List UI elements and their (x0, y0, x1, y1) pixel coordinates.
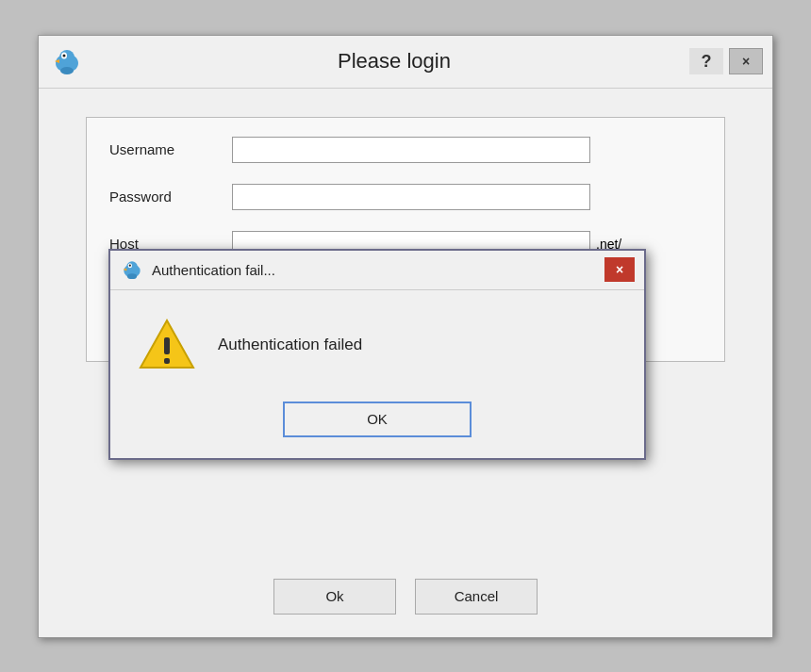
svg-point-1 (59, 50, 74, 65)
svg-point-3 (63, 55, 66, 57)
svg-rect-14 (164, 358, 170, 364)
svg-point-9 (129, 265, 131, 267)
svg-point-5 (60, 67, 74, 74)
error-body: Authentication failed (110, 290, 644, 392)
warning-icon (139, 317, 195, 373)
dialog-overlay: Authentication fail... × Authentication … (39, 89, 772, 564)
error-dialog-title: Authentication fail... (152, 262, 604, 278)
ok-button[interactable]: Ok (273, 579, 396, 615)
error-footer: OK (110, 392, 644, 458)
svg-point-11 (127, 273, 137, 279)
error-titlebar: Authentication fail... × (110, 251, 644, 290)
titlebar-buttons: ? × (689, 48, 763, 74)
error-message-text: Authentication failed (218, 336, 362, 354)
close-button[interactable]: × (729, 48, 763, 74)
main-titlebar: Please login ? × (39, 36, 772, 89)
help-button[interactable]: ? (689, 48, 723, 74)
error-dialog: Authentication fail... × Authentication … (108, 249, 646, 460)
svg-point-7 (126, 261, 138, 272)
main-footer: Ok Cancel (39, 564, 772, 637)
app-logo (50, 44, 84, 78)
error-close-button[interactable]: × (604, 257, 635, 282)
error-dialog-logo (120, 257, 144, 282)
main-window: Please login ? × Username Password Host … (38, 35, 773, 638)
error-ok-button[interactable]: OK (283, 402, 472, 437)
svg-rect-13 (164, 337, 170, 354)
main-window-title: Please login (84, 49, 704, 74)
cancel-button[interactable]: Cancel (415, 579, 538, 615)
